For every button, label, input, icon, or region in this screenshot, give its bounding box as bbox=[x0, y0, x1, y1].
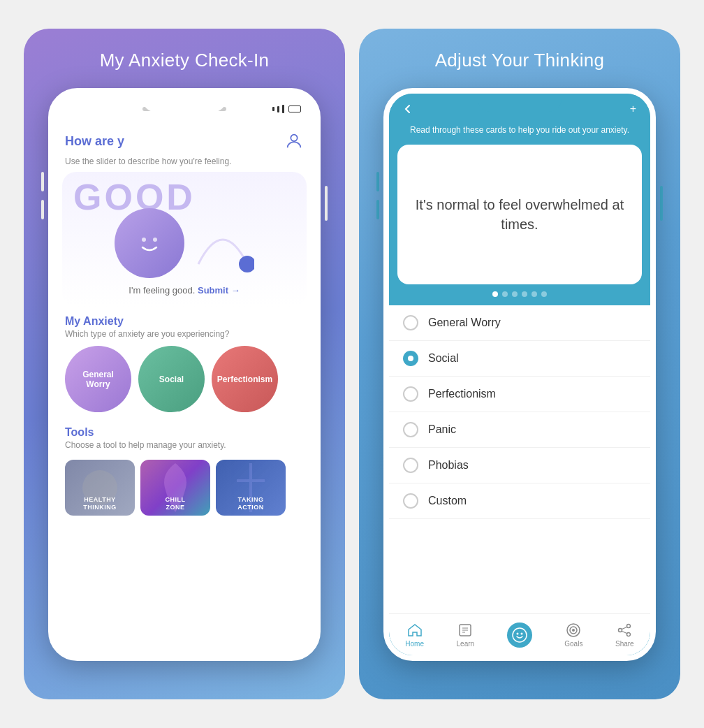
goals-icon-svg bbox=[566, 623, 581, 638]
power-button bbox=[325, 186, 328, 221]
card-area: It's normal to feel overwhelmed at times… bbox=[389, 145, 650, 284]
option-label-phobias: Phobias bbox=[428, 459, 469, 472]
nav-goals[interactable]: Goals bbox=[564, 622, 582, 648]
share-icon-svg bbox=[617, 623, 632, 638]
plus-icon[interactable]: + bbox=[630, 103, 636, 115]
dot-3[interactable] bbox=[512, 291, 518, 297]
vol-up-button bbox=[41, 172, 44, 191]
right-phone-wrapper: + Read through these cards to help you r… bbox=[383, 88, 656, 661]
profile-icon[interactable] bbox=[284, 131, 304, 151]
option-custom[interactable]: Custom bbox=[389, 483, 650, 519]
svg-point-7 bbox=[516, 632, 518, 634]
anxiety-circle-general[interactable]: GeneralWorry bbox=[65, 346, 131, 412]
tool-card-action[interactable]: TAKINGACTION bbox=[216, 460, 286, 516]
tool-card-healthy[interactable]: HEALTHYTHINKING bbox=[65, 460, 135, 516]
left-panel: My Anxiety Check-In How are y bbox=[24, 29, 345, 699]
main-card[interactable]: It's normal to feel overwhelmed at times… bbox=[397, 145, 642, 284]
submit-text: I'm feeling good. bbox=[129, 285, 195, 296]
dot-2[interactable] bbox=[502, 291, 508, 297]
tool-card-chill[interactable]: CHILLZONE bbox=[140, 460, 210, 516]
signal-bar-1 bbox=[272, 107, 274, 111]
radio-social[interactable] bbox=[403, 351, 418, 366]
nav-home[interactable]: Home bbox=[405, 622, 424, 648]
anxiety-circle-social[interactable]: Social bbox=[138, 346, 205, 412]
left-panel-title: My Anxiety Check-In bbox=[100, 50, 270, 71]
svg-point-14 bbox=[627, 633, 631, 636]
left-phone-frame: How are y Use the slider to describe how… bbox=[48, 88, 321, 661]
notch bbox=[142, 94, 226, 112]
checkin-title: How are y bbox=[65, 134, 124, 149]
tools-subtitle: Choose a tool to help manage your anxiet… bbox=[65, 440, 304, 450]
option-general-worry[interactable]: General Worry bbox=[389, 305, 650, 341]
svg-point-13 bbox=[619, 629, 622, 632]
slider-arc[interactable] bbox=[191, 208, 254, 278]
svg-line-15 bbox=[622, 627, 627, 629]
dot-5[interactable] bbox=[531, 291, 537, 297]
mood-area: GOOD bbox=[62, 172, 307, 307]
bottom-nav: Home Learn bbox=[389, 613, 650, 655]
tools-title: Tools bbox=[65, 426, 304, 439]
slider-arc-svg bbox=[191, 208, 254, 278]
dot-1[interactable] bbox=[492, 291, 498, 297]
svg-point-12 bbox=[627, 625, 631, 628]
submit-row: I'm feeling good. Submit → bbox=[129, 285, 240, 296]
anxiety-label-social: Social bbox=[159, 374, 184, 384]
nav-share-label: Share bbox=[615, 640, 634, 648]
svg-point-8 bbox=[520, 632, 522, 634]
radio-general-worry[interactable] bbox=[403, 315, 418, 330]
nav-learn[interactable]: Learn bbox=[457, 622, 475, 648]
tool-label-chill: CHILLZONE bbox=[163, 496, 189, 516]
book-icon-svg bbox=[457, 623, 473, 638]
right-power-btn bbox=[660, 186, 663, 221]
right-vol-up bbox=[376, 172, 379, 191]
back-arrow[interactable] bbox=[403, 105, 417, 113]
svg-point-6 bbox=[513, 628, 527, 642]
option-social[interactable]: Social bbox=[389, 341, 650, 377]
option-label-social: Social bbox=[428, 352, 459, 365]
dot-4[interactable] bbox=[522, 291, 527, 297]
nav-home-label: Home bbox=[405, 640, 424, 648]
tool-label-healthy: HEALTHYTHINKING bbox=[80, 496, 119, 516]
option-label-perfectionism: Perfectionism bbox=[428, 388, 496, 400]
vol-down-button bbox=[41, 200, 44, 219]
radio-panic[interactable] bbox=[403, 422, 418, 437]
battery-icon bbox=[288, 105, 301, 112]
dot-6[interactable] bbox=[541, 291, 547, 297]
smiley-face-svg bbox=[129, 222, 170, 264]
radio-perfectionism[interactable] bbox=[403, 386, 418, 402]
anxiety-label-general: GeneralWorry bbox=[82, 370, 114, 389]
right-notch bbox=[478, 94, 562, 112]
option-phobias[interactable]: Phobias bbox=[389, 448, 650, 483]
anxiety-label-perfectionism: Perfectionism bbox=[217, 374, 272, 384]
right-vol-down bbox=[376, 200, 379, 219]
nav-share[interactable]: Share bbox=[615, 622, 634, 648]
status-bar-right bbox=[272, 105, 301, 113]
checkin-subtitle: Use the slider to describe how you're fe… bbox=[54, 156, 315, 172]
back-arrow-icon bbox=[403, 104, 413, 114]
tools-section: Tools Choose a tool to help manage your … bbox=[54, 418, 315, 460]
emoji-face bbox=[115, 208, 184, 278]
radio-inner-social bbox=[408, 356, 413, 361]
main-card-text: It's normal to feel overwhelmed at times… bbox=[411, 195, 628, 234]
nav-learn-label: Learn bbox=[457, 640, 475, 648]
smiley-nav-icon bbox=[507, 623, 532, 648]
anxiety-circles: GeneralWorry Social Perfectionism bbox=[65, 346, 304, 412]
smiley-nav-svg bbox=[512, 627, 527, 643]
right-phone-content: Read through these cards to help you rid… bbox=[389, 124, 650, 655]
left-phone-content: How are y Use the slider to describe how… bbox=[54, 124, 315, 655]
option-perfectionism[interactable]: Perfectionism bbox=[389, 377, 650, 412]
anxiety-circle-perfectionism[interactable]: Perfectionism bbox=[212, 346, 278, 412]
emoji-slider-row bbox=[73, 208, 295, 278]
submit-link[interactable]: Submit → bbox=[198, 285, 240, 296]
anxiety-subtitle: Which type of anxiety are you experienci… bbox=[65, 329, 304, 339]
svg-point-11 bbox=[572, 629, 575, 632]
home-icon bbox=[406, 622, 423, 639]
radio-custom[interactable] bbox=[403, 493, 418, 509]
nav-smiley[interactable] bbox=[507, 623, 532, 648]
tool-label-action: TAKINGACTION bbox=[235, 496, 267, 516]
option-panic[interactable]: Panic bbox=[389, 412, 650, 448]
left-phone-wrapper: How are y Use the slider to describe how… bbox=[48, 88, 321, 661]
signal-bar-2 bbox=[277, 106, 279, 112]
radio-phobias[interactable] bbox=[403, 458, 418, 473]
right-phone-frame: + Read through these cards to help you r… bbox=[383, 88, 656, 661]
